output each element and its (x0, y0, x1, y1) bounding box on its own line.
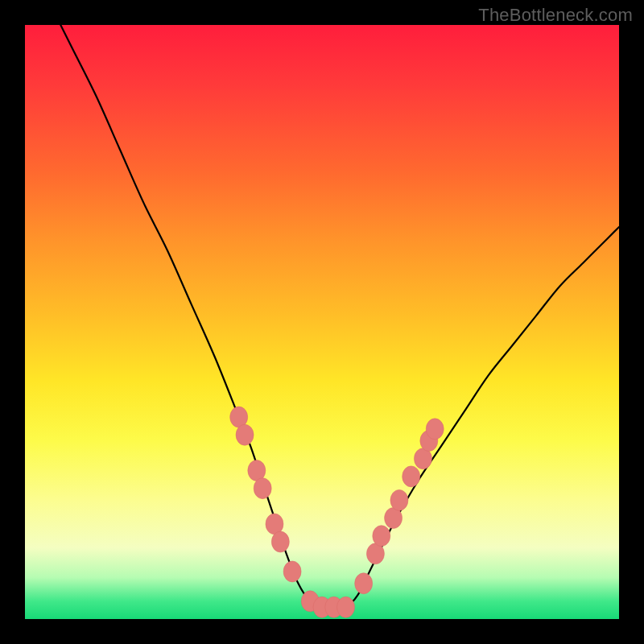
curve-marker (266, 514, 283, 535)
curve-marker (426, 419, 444, 440)
curve-marker (402, 466, 420, 487)
curve-marker (325, 597, 343, 617)
curve-marker (283, 561, 301, 582)
curve-marker (390, 489, 408, 510)
curve-marker (301, 591, 319, 612)
curve-marker (230, 407, 248, 427)
curve-marker (414, 448, 431, 469)
curve-marker (373, 526, 390, 547)
curve-marker (248, 460, 266, 481)
curve-marker (236, 424, 254, 445)
watermark-text: TheBottleneck.com (478, 5, 633, 26)
curve-marker (355, 573, 373, 594)
curve-marker (271, 531, 289, 552)
bottleneck-curve (60, 25, 619, 608)
curve-marker (254, 478, 271, 499)
curve-marker (420, 431, 438, 452)
curve-marker (313, 597, 331, 617)
chart-stage: TheBottleneck.com (0, 0, 644, 644)
curve-markers (230, 407, 444, 617)
plot-area (25, 25, 619, 619)
curve-marker (385, 508, 402, 529)
curve-marker (337, 597, 355, 617)
curve-marker (366, 543, 384, 564)
curve-layer (25, 25, 619, 619)
